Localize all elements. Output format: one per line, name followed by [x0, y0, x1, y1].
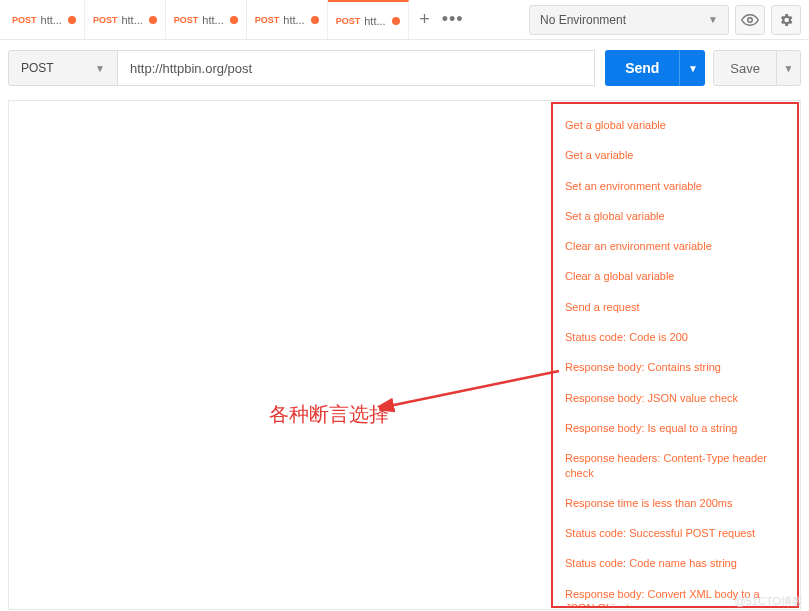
snippet-item[interactable]: Get a variable — [553, 140, 797, 170]
request-tab-3[interactable]: POST htt... — [247, 0, 328, 39]
body-area: Get a global variable Get a variable Set… — [8, 100, 801, 610]
gear-icon — [778, 12, 794, 28]
snippet-item[interactable]: Clear a global variable — [553, 261, 797, 291]
snippet-item[interactable]: Get a global variable — [553, 110, 797, 140]
svg-point-0 — [748, 17, 753, 22]
annotation-text: 各种断言选择 — [269, 401, 389, 428]
snippet-item[interactable]: Clear an environment variable — [553, 231, 797, 261]
tab-title: htt... — [41, 14, 62, 26]
settings-button[interactable] — [771, 5, 801, 35]
dirty-indicator-icon — [392, 17, 400, 25]
eye-icon — [741, 11, 759, 29]
save-button[interactable]: Save — [713, 50, 777, 86]
annotation-arrow-icon — [379, 361, 569, 421]
request-tab-0[interactable]: POST htt... — [4, 0, 85, 39]
tab-method: POST — [12, 15, 37, 25]
method-label: POST — [21, 61, 54, 75]
tab-title: htt... — [202, 14, 223, 26]
save-options-button[interactable]: ▼ — [777, 50, 801, 86]
quick-look-button[interactable] — [735, 5, 765, 35]
tab-method: POST — [336, 16, 361, 26]
watermark: @51CTO博客 — [735, 594, 803, 609]
tab-title: htt... — [364, 15, 385, 27]
snippet-item[interactable]: Response headers: Content-Type header ch… — [553, 443, 797, 488]
tab-title: htt... — [121, 14, 142, 26]
chevron-down-icon: ▼ — [95, 63, 105, 74]
request-tab-1[interactable]: POST htt... — [85, 0, 166, 39]
snippet-item[interactable]: Status code: Code is 200 — [553, 322, 797, 352]
url-input[interactable] — [118, 50, 595, 86]
snippet-item[interactable]: Set a global variable — [553, 201, 797, 231]
request-tab-2[interactable]: POST htt... — [166, 0, 247, 39]
send-button[interactable]: Send — [605, 50, 679, 86]
snippet-item[interactable]: Set an environment variable — [553, 171, 797, 201]
tab-title: htt... — [283, 14, 304, 26]
top-bar: POST htt... POST htt... POST htt... POST… — [0, 0, 809, 40]
snippet-item[interactable]: Send a request — [553, 292, 797, 322]
dirty-indicator-icon — [68, 16, 76, 24]
dirty-indicator-icon — [311, 16, 319, 24]
snippet-item[interactable]: Response time is less than 200ms — [553, 488, 797, 518]
request-bar: POST ▼ Send ▼ Save ▼ — [0, 40, 809, 100]
tabs-overflow-button[interactable]: ••• — [441, 0, 465, 39]
tab-method: POST — [174, 15, 199, 25]
method-selector[interactable]: POST ▼ — [8, 50, 118, 86]
chevron-down-icon: ▼ — [784, 63, 794, 74]
snippet-item[interactable]: Response body: Contains string — [553, 352, 797, 382]
tab-method: POST — [93, 15, 118, 25]
ellipsis-icon: ••• — [442, 9, 464, 30]
snippet-item[interactable]: Status code: Successful POST request — [553, 518, 797, 548]
snippet-item[interactable]: Status code: Code name has string — [553, 548, 797, 578]
snippet-item[interactable]: Response body: Is equal to a string — [553, 413, 797, 443]
chevron-down-icon: ▼ — [688, 63, 698, 74]
request-tab-4[interactable]: POST htt... — [328, 0, 409, 39]
send-options-button[interactable]: ▼ — [679, 50, 705, 86]
dirty-indicator-icon — [149, 16, 157, 24]
tab-method: POST — [255, 15, 280, 25]
environment-selector[interactable]: No Environment ▼ — [529, 5, 729, 35]
plus-icon: + — [419, 9, 430, 30]
tabs-area: POST htt... POST htt... POST htt... POST… — [0, 0, 529, 39]
snippets-panel: Get a global variable Get a variable Set… — [551, 102, 799, 608]
chevron-down-icon: ▼ — [708, 14, 718, 25]
new-tab-button[interactable]: + — [409, 0, 441, 39]
snippet-item[interactable]: Response body: JSON value check — [553, 383, 797, 413]
environment-area: No Environment ▼ — [529, 0, 809, 39]
svg-line-1 — [389, 371, 559, 406]
environment-label: No Environment — [540, 13, 626, 27]
dirty-indicator-icon — [230, 16, 238, 24]
